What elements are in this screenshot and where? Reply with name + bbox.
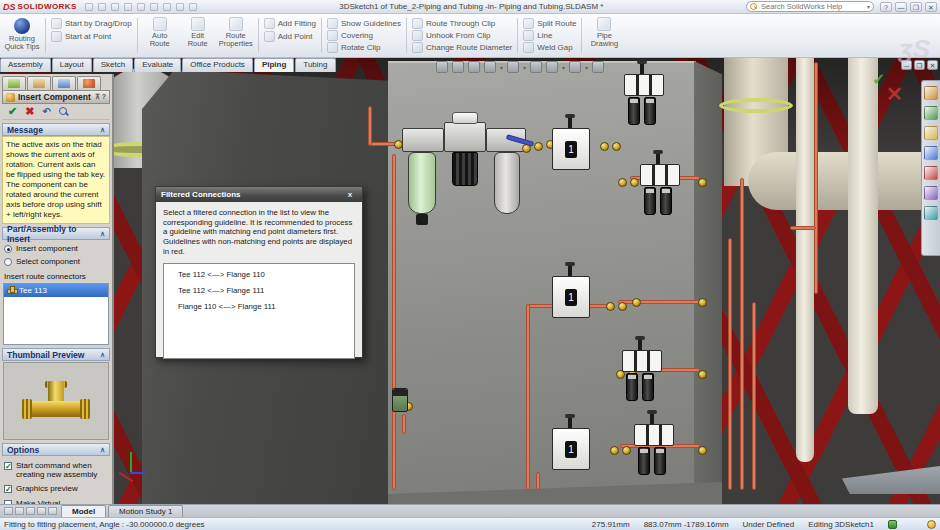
tab-assembly[interactable]: Assembly [0,58,51,72]
tab-evaluate[interactable]: Evaluate [134,58,181,72]
dropdown-arrow-icon[interactable]: ▾ [523,64,526,71]
file-explorer-icon[interactable] [924,126,938,140]
brass-fitting[interactable] [394,140,403,149]
feature-manager-tab[interactable] [2,76,26,90]
covering-button[interactable]: Covering [327,29,401,41]
motion-study-tab[interactable]: Motion Study 1 [108,505,183,517]
add-point-button[interactable]: Add Point [264,30,316,43]
auto-route-button[interactable]: Auto Route [143,17,177,49]
pipe-segment[interactable] [368,106,372,146]
brass-fitting[interactable] [618,178,627,187]
tab-sketch[interactable]: Sketch [93,58,133,72]
sketch-visibility-icon[interactable] [592,61,604,73]
section-view-icon[interactable] [468,61,480,73]
restore-button[interactable]: ❐ [910,2,922,12]
valve-pair[interactable] [640,154,680,215]
valve-small[interactable] [392,388,408,412]
pin-icon[interactable]: ⊼ ? [95,93,106,101]
start-by-dragdrop-button[interactable]: Start by Drag/Drop [51,17,132,30]
pipe-segment[interactable] [740,178,744,490]
new-icon[interactable] [85,3,93,11]
pipe-segment[interactable] [402,414,406,434]
dialog-close-icon[interactable]: x [343,190,357,199]
graphics-viewport[interactable]: ✓ ✕ 111 Assembly Layout Sketch Evaluate … [0,58,940,504]
valve-block[interactable]: 1 [552,118,590,170]
valve-pair[interactable] [624,64,664,125]
brass-fitting[interactable] [606,302,615,311]
graphics-preview-checkbox[interactable]: ✓Graphics preview [4,484,108,493]
frl-lubricator-bowl[interactable] [494,152,520,214]
brass-fitting[interactable] [522,144,531,153]
weld-gap-button[interactable]: Weld Gap [523,42,576,54]
connection-item[interactable]: Tee 112 <---> Flange 111 [178,286,354,295]
ok-button[interactable]: ✔ [8,105,17,118]
brass-fitting[interactable] [698,370,707,379]
options-section-header[interactable]: Options∧ [2,443,110,456]
tab-tubing[interactable]: Tubing [295,58,335,72]
redo-icon[interactable] [150,3,158,11]
print-icon[interactable] [124,3,132,11]
connector-list-item[interactable]: Tee 113 [4,284,108,297]
dropdown-arrow-icon[interactable]: ▾ [585,64,588,71]
edit-status-icon[interactable] [927,520,936,529]
connection-item[interactable]: Tee 112 <---> Flange 110 [178,270,354,279]
message-section-header[interactable]: Message∧ [2,123,110,136]
frl-filter-head[interactable] [402,128,444,152]
options-icon[interactable] [189,3,197,11]
pipe-segment[interactable] [392,154,396,490]
custom-properties-icon[interactable] [924,186,938,200]
edit-route-button[interactable]: Edit Route [181,17,215,49]
model-tab[interactable]: Model [61,505,106,517]
select-component-radio[interactable]: Select component [4,257,108,266]
valve-pair[interactable] [634,414,674,475]
brass-fitting[interactable] [618,302,627,311]
brass-fitting[interactable] [534,142,543,151]
frl-regulator-knob[interactable] [452,152,478,186]
tab-piping[interactable]: Piping [254,58,294,72]
route-connectors-list[interactable]: Tee 113 [3,283,109,345]
zoom-fit-icon[interactable] [436,61,448,73]
valve-block[interactable]: 1 [552,266,590,318]
document-recovery-icon[interactable] [924,206,938,220]
change-route-diameter-button[interactable]: Change Route Diameter [412,42,512,54]
pipe-segment[interactable] [728,238,732,490]
brass-fitting[interactable] [610,446,619,455]
support-pillar[interactable] [796,58,814,462]
valve-pair[interactable] [622,340,662,401]
support-pillar[interactable] [848,58,878,414]
palette-icon[interactable] [924,146,938,160]
help-search[interactable]: ▾ [746,1,874,12]
frl-filter-bowl[interactable] [408,152,436,214]
dimxpert-manager-tab[interactable] [77,76,101,90]
tab-layout[interactable]: Layout [52,58,92,72]
undo-button[interactable]: ↶ [42,106,50,117]
thumbnail-section-header[interactable]: Thumbnail Preview∧ [2,348,110,361]
search-dropdown-icon[interactable]: ▾ [867,3,870,10]
route-through-clip-button[interactable]: Route Through Clip [412,17,512,29]
brass-fitting[interactable] [698,178,707,187]
valve-block[interactable]: 1 [552,418,590,470]
brass-fitting[interactable] [632,298,641,307]
start-at-point-button[interactable]: Start at Point [51,30,132,43]
scene-icon[interactable] [569,61,581,73]
select-icon[interactable] [163,3,171,11]
pipe-drawing-button[interactable]: Pipe Drawing [587,17,621,49]
dropdown-arrow-icon[interactable]: ▾ [562,64,565,71]
hide-show-items-icon[interactable] [530,61,542,73]
rotate-clip-button[interactable]: Rotate Clip [327,42,401,54]
brass-fitting[interactable] [698,298,707,307]
design-library-icon[interactable] [924,106,938,120]
pipe-segment[interactable] [526,304,530,490]
tab-office-products[interactable]: Office Products [182,58,253,72]
line-button[interactable]: Line [523,29,576,41]
route-properties-button[interactable]: Route Properties [219,17,253,49]
save-icon[interactable] [111,3,119,11]
brass-fitting[interactable] [612,142,621,151]
close-button[interactable]: ✕ [925,2,937,12]
pipe-segment[interactable] [814,62,818,294]
view-orientation-icon[interactable] [484,61,496,73]
configuration-manager-tab[interactable] [52,76,76,90]
appearances-icon[interactable] [924,166,938,180]
pipe-segment[interactable] [618,300,700,304]
dialog-title-bar[interactable]: Filtered Connections x [156,187,362,202]
